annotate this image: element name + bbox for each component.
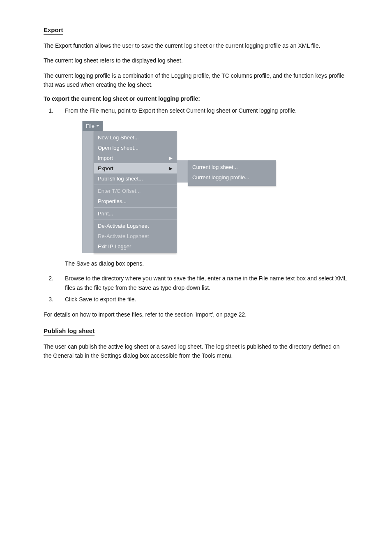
export-p2: The current log sheet refers to the disp… [44, 56, 348, 65]
submenu-item-current-log-sheet[interactable]: Current log sheet... [188, 162, 276, 172]
menu-item-properties[interactable]: Properties... [94, 196, 177, 206]
submenu-item-current-logging-profile[interactable]: Current logging profile... [188, 172, 276, 183]
menu-screenshot: File New Log Sheet... Open log sheet... … [82, 121, 348, 253]
submenu-gutter [177, 160, 188, 183]
menu-separator [94, 207, 177, 208]
menu-item-new-log-sheet[interactable]: New Log Sheet... [94, 132, 177, 143]
menu-item-open-log-sheet[interactable]: Open log sheet... [94, 143, 177, 153]
step-2: 2. Browse to the directory where you wan… [44, 274, 348, 292]
step-1: 1. From the File menu, point to Export t… [44, 106, 348, 115]
step-3: 3. Click Save to export the file. [44, 295, 348, 304]
export-p3: The current logging profile is a combina… [44, 71, 348, 90]
export-note: For details on how to import these files… [44, 310, 348, 319]
export-p1: The Export function allows the user to s… [44, 41, 348, 50]
menu-item-publish-log-sheet[interactable]: Publish log sheet... [94, 173, 177, 184]
submenu-arrow-icon: ▶ [169, 166, 177, 171]
export-heading: Export [44, 26, 63, 35]
menu-item-deactivate-logsheet[interactable]: De-Activate Logsheet [94, 221, 177, 231]
publish-p1: The user can publish the active log shee… [44, 342, 348, 361]
step-text: Click Save to export the file. [65, 295, 348, 304]
file-menu-tab[interactable]: File [82, 121, 103, 131]
publish-heading: Publish log sheet [44, 327, 95, 335]
menu-item-export[interactable]: Export ▶ [94, 163, 177, 173]
step-number: 1. [44, 106, 53, 115]
step-text: From the File menu, point to Export then… [65, 106, 348, 115]
chevron-down-icon [96, 125, 99, 127]
step-1-result: The Save as dialog box opens. [65, 259, 348, 268]
menu-gutter [82, 131, 94, 253]
menu-item-exit[interactable]: Exit IP Logger [94, 241, 177, 252]
export-submenu: Current log sheet... Current logging pro… [188, 160, 276, 186]
submenu-arrow-icon: ▶ [169, 156, 177, 160]
step-number: 3. [44, 295, 53, 304]
menu-item-print[interactable]: Print... [94, 208, 177, 219]
menu-item-enter-tc-offset: Enter T/C Offset... [94, 186, 177, 196]
menu-item-import[interactable]: Import ▶ [94, 153, 177, 163]
file-dropdown: New Log Sheet... Open log sheet... Impor… [94, 131, 177, 253]
document-page: Export The Export function allows the us… [0, 0, 392, 399]
menu-separator [94, 185, 177, 185]
file-menu-label: File [86, 123, 95, 129]
menu-item-reactivate-logsheet: Re-Activate Logsheet [94, 231, 177, 241]
export-procedure-heading: To export the current log sheet or curre… [44, 95, 348, 102]
menu-separator [94, 220, 177, 220]
step-number: 2. [44, 274, 53, 292]
step-text: Browse to the directory where you want t… [65, 274, 348, 292]
